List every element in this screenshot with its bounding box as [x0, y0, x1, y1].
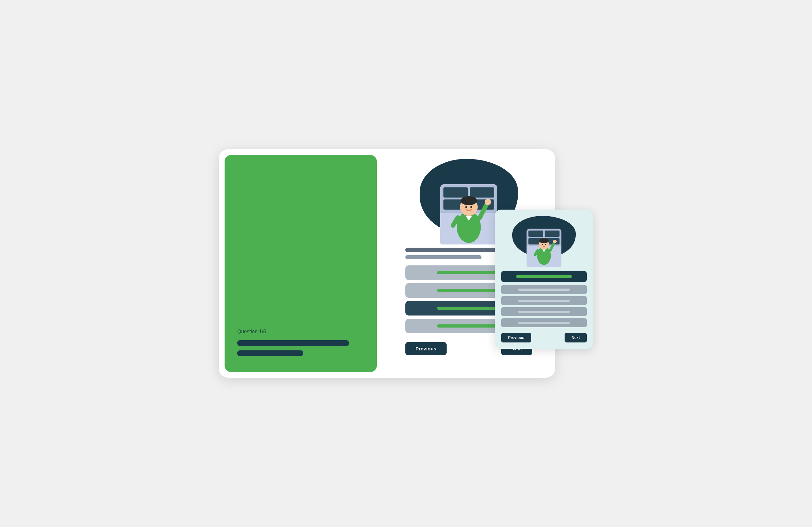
small-previous-button[interactable]: Previous	[501, 333, 531, 342]
small-option-bar-4	[518, 322, 570, 324]
svg-point-11	[539, 238, 549, 243]
svg-point-5	[485, 199, 491, 205]
small-person-illustration	[531, 229, 557, 267]
small-illustration	[501, 216, 587, 267]
small-option-bar-3	[518, 311, 570, 313]
small-header-bar	[516, 275, 572, 278]
svg-point-2	[461, 196, 477, 205]
question-text-bar-long	[237, 340, 349, 346]
svg-point-17	[545, 244, 546, 245]
person-illustration	[447, 181, 491, 245]
option-bar-2	[437, 289, 501, 292]
small-next-button[interactable]: Next	[565, 333, 587, 342]
previous-button[interactable]: Previous	[405, 342, 447, 355]
small-card: Previous Next	[495, 209, 593, 349]
svg-point-14	[553, 240, 557, 243]
small-option-bar-2	[518, 299, 570, 302]
option-bar-4	[437, 324, 501, 327]
question-label: Question 1/5	[237, 329, 364, 335]
small-option-1[interactable]	[501, 285, 587, 294]
option-bar-3	[437, 307, 501, 310]
svg-line-4	[480, 203, 487, 218]
svg-point-16	[542, 244, 543, 245]
small-option-bar-1	[518, 289, 570, 291]
question-text-bar-short	[237, 350, 303, 356]
small-option-2[interactable]	[501, 296, 587, 305]
small-nav-buttons: Previous Next	[501, 333, 587, 342]
left-panel: Question 1/5	[224, 155, 377, 372]
outer-wrapper: Question 1/5	[219, 140, 593, 387]
small-option-3[interactable]	[501, 307, 587, 316]
small-answer-header	[501, 271, 587, 282]
svg-point-7	[465, 206, 467, 208]
option-bar-1	[437, 271, 501, 274]
small-option-4[interactable]	[501, 318, 587, 327]
svg-point-8	[470, 206, 472, 208]
small-answer-options	[501, 285, 587, 327]
q-subtitle-bar	[405, 255, 481, 259]
svg-line-13	[550, 242, 554, 250]
